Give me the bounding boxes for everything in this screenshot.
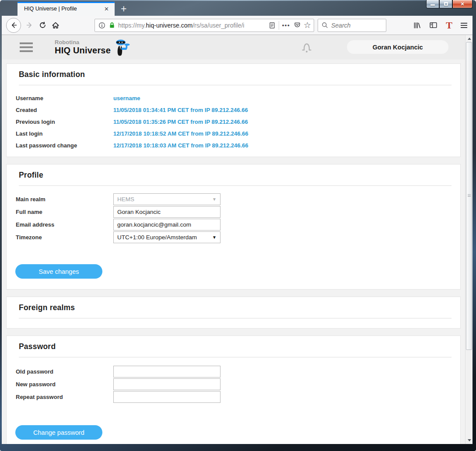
maximize-button[interactable] [439, 0, 452, 8]
profile-title: Profile [19, 171, 452, 186]
scroll-down-button[interactable] [466, 437, 473, 444]
search-icon [322, 22, 328, 28]
basic-information-card: Basic information Username username Crea… [6, 63, 461, 157]
foreign-realms-title: Foreign realms [19, 303, 452, 318]
url-text[interactable]: https://my.hiq-universe.com/rs/sa/user_p… [118, 22, 269, 29]
change-password-button[interactable]: Change password [15, 425, 102, 440]
scrollbar-thumb[interactable] [466, 42, 472, 350]
timezone-select[interactable]: UTC+1:00 Europe/Amsterdam ▼ [113, 231, 220, 243]
scroll-up-button[interactable] [466, 35, 473, 42]
search-input[interactable] [331, 22, 375, 29]
old-password-input[interactable] [117, 368, 217, 375]
home-icon [52, 21, 60, 29]
scroll-down-icon [468, 439, 471, 441]
url-scheme: https://my. [118, 22, 146, 29]
minimize-button[interactable] [426, 0, 439, 8]
tab-close-icon[interactable]: ✕ [102, 5, 111, 13]
repeat-password-input[interactable] [117, 394, 217, 400]
page-scrollbar[interactable] [465, 35, 472, 444]
new-password-input[interactable] [117, 381, 217, 388]
browser-menu-icon[interactable] [461, 23, 467, 28]
table-row: Last login 12/17/2018 10:18:52 AM CET fr… [16, 128, 460, 140]
main-realm-label: Main realm [16, 196, 113, 203]
main-realm-row: Main realm HEMS ▼ [16, 193, 460, 205]
brand-robotina: Robotina [55, 39, 111, 45]
robot-logo-icon [115, 39, 130, 56]
last-password-change-value: 12/17/2018 10:18:03 AM CET from IP 89.21… [113, 142, 248, 149]
chevron-down-icon: ▼ [212, 235, 217, 240]
save-changes-button[interactable]: Save changes [15, 264, 102, 279]
profile-card: Profile Main realm HEMS ▼ Full name Emai… [6, 164, 461, 290]
timezone-value: UTC+1:00 Europe/Amsterdam [117, 234, 197, 241]
url-path: /rs/sa/user_profile/i [192, 22, 244, 29]
timezone-label: Timezone [16, 234, 113, 241]
chevron-down-icon: ▼ [212, 197, 217, 202]
back-button[interactable] [6, 18, 21, 33]
old-password-row: Old password [16, 366, 460, 378]
username-value[interactable]: username [113, 95, 140, 101]
table-row: Username username [16, 92, 460, 104]
new-password-label: New password [16, 381, 113, 388]
brand[interactable]: Robotina HIQ Universe [55, 38, 130, 56]
navigation-toolbar: https://my.hiq-universe.com/rs/sa/user_p… [2, 16, 472, 35]
basic-information-rows: Username username Created 11/05/2018 01:… [7, 85, 460, 157]
urlbar-separator [279, 21, 279, 30]
url-bar[interactable]: https://my.hiq-universe.com/rs/sa/user_p… [94, 19, 314, 32]
table-row: Created 11/05/2018 01:34:41 PM CET from … [16, 104, 460, 116]
info-icon[interactable] [98, 22, 105, 29]
sidebar-icon[interactable] [429, 21, 438, 29]
foreign-realms-card: Foreign realms [6, 297, 461, 329]
profile-form: Main realm HEMS ▼ Full name Email addres… [7, 186, 460, 243]
timezone-row: Timezone UTC+1:00 Europe/Amsterdam ▼ [16, 231, 460, 243]
refresh-button[interactable] [36, 19, 49, 32]
new-password-row: New password [16, 378, 460, 390]
full-name-label: Full name [16, 209, 113, 215]
new-tab-button[interactable]: + [121, 3, 126, 14]
last-login-label: Last login [16, 130, 113, 137]
email-row: Email address [16, 219, 460, 231]
last-password-change-label: Last password change [16, 142, 113, 149]
search-bar[interactable] [318, 19, 386, 32]
previous-login-label: Previous login [16, 119, 113, 125]
email-input[interactable] [117, 221, 217, 228]
bookmark-star-icon[interactable]: ☆ [304, 22, 311, 29]
library-icon[interactable] [413, 21, 421, 29]
home-button[interactable] [49, 19, 62, 32]
page-actions-icon[interactable]: ••• [282, 22, 290, 28]
app-menu-icon[interactable] [20, 42, 33, 52]
full-name-input[interactable] [117, 209, 217, 215]
user-name: Goran Kocjancic [372, 44, 423, 51]
repeat-password-label: Repeat password [16, 394, 113, 400]
browser-window: ✕ HIQ Universe | Profile ✕ + https://my.… [0, 0, 476, 451]
username-label: Username [16, 95, 113, 101]
forward-button[interactable] [23, 19, 36, 32]
basic-information-title: Basic information [19, 70, 452, 85]
brand-hiq-universe: HIQ Universe [55, 45, 111, 55]
app-header: Robotina HIQ Universe [2, 35, 465, 59]
pocket-icon[interactable] [294, 21, 301, 29]
reader-mode-icon[interactable] [269, 22, 276, 29]
main-realm-select[interactable]: HEMS ▼ [113, 193, 220, 205]
main-realm-value: HEMS [117, 196, 134, 203]
repeat-password-row: Repeat password [16, 391, 460, 403]
table-row: Previous login 11/05/2018 01:35:26 PM CE… [16, 116, 460, 128]
scroll-up-icon [468, 38, 471, 40]
email-label: Email address [16, 221, 113, 228]
close-button[interactable]: ✕ [452, 0, 472, 8]
toolbar-right-icons: T [413, 21, 467, 30]
browser-tab[interactable]: HIQ Universe | Profile ✕ [18, 2, 115, 16]
created-label: Created [16, 107, 113, 113]
scrollbar-grip-icon [468, 194, 471, 197]
close-icon: ✕ [460, 1, 464, 7]
back-icon [10, 21, 18, 29]
lock-icon[interactable] [108, 22, 116, 29]
table-row: Last password change 12/17/2018 10:18:03… [16, 140, 460, 151]
old-password-label: Old password [16, 368, 113, 375]
page-content: Robotina HIQ Universe [2, 35, 465, 444]
password-title: Password [19, 342, 452, 357]
extension-t-icon[interactable]: T [446, 21, 452, 30]
url-domain: hiq-universe.com [146, 22, 193, 29]
notification-bell-button[interactable] [300, 41, 313, 53]
bell-icon [300, 41, 313, 53]
user-menu-button[interactable]: Goran Kocjancic [347, 40, 448, 54]
